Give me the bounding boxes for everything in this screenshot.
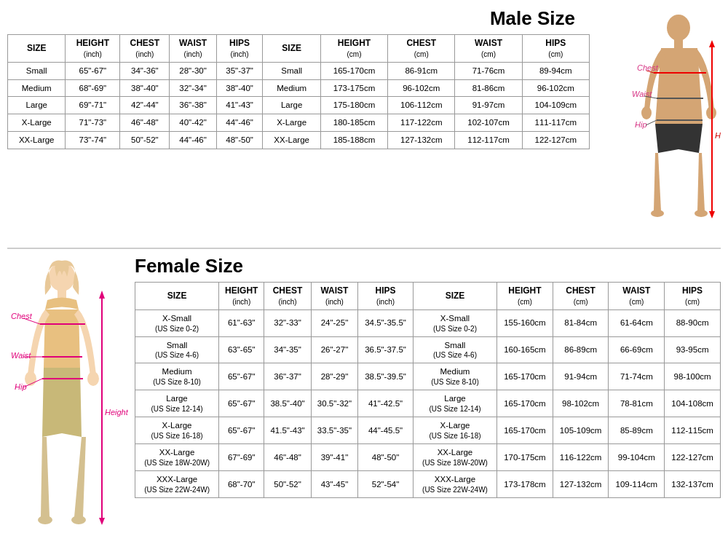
female-figure: Chest Waist Hip Height bbox=[7, 255, 135, 539]
female-chest-cm: 105-109cm bbox=[553, 417, 609, 444]
female-height-cm: 173-178cm bbox=[497, 471, 553, 498]
male-waist-cm: 91-97cm bbox=[455, 97, 522, 114]
table-row: X-Large(US Size 16-18) 65"-67" 41.5"-43"… bbox=[135, 417, 721, 444]
female-waist-cm: 85-89cm bbox=[609, 417, 665, 444]
male-col-waist-in: WAIST(inch) bbox=[170, 35, 216, 63]
table-row: X-Large 71"-73" 46"-48" 40"-42" 44"-46" … bbox=[8, 114, 590, 132]
female-size: Small(US Size 4-6) bbox=[135, 336, 219, 363]
male-waist-in: 40"-42" bbox=[170, 114, 216, 132]
male-hips-cm: 89-94cm bbox=[522, 62, 589, 79]
male-height-in: 68"-69" bbox=[66, 79, 120, 97]
female-chest-cm: 98-102cm bbox=[553, 390, 609, 417]
svg-text:Hip: Hip bbox=[635, 120, 647, 129]
male-hips-cm: 96-102cm bbox=[522, 79, 589, 97]
svg-line-14 bbox=[646, 120, 657, 125]
female-hips-cm: 132-137cm bbox=[665, 471, 721, 498]
female-col-waist-in: WAIST(inch) bbox=[311, 283, 357, 310]
female-section: Chest Waist Hip Height Female Size bbox=[7, 255, 721, 539]
female-chest-cm: 91-94cm bbox=[553, 363, 609, 390]
female-hips-in: 38.5"-39.5" bbox=[358, 363, 414, 390]
male-col-chest-cm: CHEST(cm) bbox=[388, 35, 455, 63]
female-size-cm: XXX-Large(US Size 22W-24W) bbox=[413, 471, 496, 498]
female-hips-cm: 104-108cm bbox=[665, 390, 721, 417]
male-chest-in: 46"-48" bbox=[120, 114, 170, 132]
female-waist-in: 28"-29" bbox=[311, 363, 357, 390]
male-title: Male Size bbox=[7, 7, 590, 30]
female-waist-cm: 71-74cm bbox=[609, 363, 665, 390]
male-height-cm: 175-180cm bbox=[320, 97, 387, 114]
female-waist-in: 43"-45" bbox=[311, 471, 357, 498]
female-waist-in: 33.5"-35" bbox=[311, 417, 357, 444]
table-row: Large 69"-71" 42"-44" 36"-38" 41"-43" La… bbox=[8, 97, 590, 114]
male-chest-cm: 117-122cm bbox=[388, 114, 455, 132]
female-size-cm: X-Large(US Size 16-18) bbox=[413, 417, 496, 444]
female-col-hips-in: HIPS(inch) bbox=[358, 283, 414, 310]
male-hips-in: 44"-46" bbox=[216, 114, 263, 132]
male-size: XX-Large bbox=[8, 132, 66, 149]
female-chest-cm: 127-132cm bbox=[553, 471, 609, 498]
svg-text:Waist: Waist bbox=[11, 351, 31, 360]
female-height-cm: 160-165cm bbox=[497, 336, 553, 363]
female-height-cm: 165-170cm bbox=[497, 363, 553, 390]
male-chest-in: 38"-40" bbox=[120, 79, 170, 97]
female-body-svg: Chest Waist Hip Height bbox=[7, 255, 135, 539]
male-chest-cm: 96-102cm bbox=[388, 79, 455, 97]
female-waist-in: 24"-25" bbox=[311, 309, 357, 336]
svg-point-2 bbox=[641, 106, 652, 119]
female-height-cm: 165-170cm bbox=[497, 390, 553, 417]
female-waist-in: 39"-41" bbox=[311, 444, 357, 471]
male-size-cm: XX-Large bbox=[263, 132, 320, 149]
male-figure: Chest Waist Hip Height bbox=[597, 7, 721, 240]
female-hips-in: 52"-54" bbox=[358, 471, 414, 498]
female-chest-in: 32"-33" bbox=[264, 309, 311, 336]
male-height-in: 73"-74" bbox=[66, 132, 120, 149]
female-chest-in: 50"-52" bbox=[264, 471, 311, 498]
female-waist-cm: 78-81cm bbox=[609, 390, 665, 417]
male-col-size-cm: SIZE bbox=[263, 35, 320, 63]
female-hips-cm: 93-95cm bbox=[665, 336, 721, 363]
male-col-hips-in: HIPS(inch) bbox=[216, 35, 263, 63]
female-chest-in: 41.5"-43" bbox=[264, 417, 311, 444]
male-col-height-in: HEIGHT(inch) bbox=[66, 35, 120, 63]
female-size: Medium(US Size 8-10) bbox=[135, 363, 219, 390]
male-size: Medium bbox=[8, 79, 66, 97]
female-col-chest-in: CHEST(inch) bbox=[264, 283, 311, 310]
female-size: XXX-Large(US Size 22W-24W) bbox=[135, 471, 219, 498]
female-col-height-in: HEIGHT(inch) bbox=[219, 283, 264, 310]
male-height-cm: 173-175cm bbox=[320, 79, 387, 97]
female-height-in: 65"-67" bbox=[219, 390, 264, 417]
female-size-cm: Large(US Size 12-14) bbox=[413, 390, 496, 417]
female-size: Large(US Size 12-14) bbox=[135, 390, 219, 417]
female-waist-cm: 99-104cm bbox=[609, 444, 665, 471]
male-col-waist-cm: WAIST(cm) bbox=[455, 35, 522, 63]
svg-marker-16 bbox=[709, 40, 715, 47]
male-size: X-Large bbox=[8, 114, 66, 132]
male-chest-cm: 106-112cm bbox=[388, 97, 455, 114]
female-size: X-Large(US Size 16-18) bbox=[135, 417, 219, 444]
table-row: XXX-Large(US Size 22W-24W) 68"-70" 50"-5… bbox=[135, 471, 721, 498]
male-size-cm: X-Large bbox=[263, 114, 320, 132]
male-height-cm: 165-170cm bbox=[320, 62, 387, 79]
female-height-in: 63"-65" bbox=[219, 336, 264, 363]
svg-rect-1 bbox=[674, 39, 683, 48]
table-row: Small 65"-67" 34"-36" 28"-30" 35"-37" Sm… bbox=[8, 62, 590, 79]
female-size: X-Small(US Size 0-2) bbox=[135, 309, 219, 336]
section-divider bbox=[7, 248, 721, 249]
female-chest-cm: 86-89cm bbox=[553, 336, 609, 363]
female-hips-cm: 98-100cm bbox=[665, 363, 721, 390]
male-waist-in: 28"-30" bbox=[170, 62, 216, 79]
table-row: XX-Large(US Size 18W-20W) 67"-69" 46"-48… bbox=[135, 444, 721, 471]
female-hips-in: 48"-50" bbox=[358, 444, 414, 471]
svg-text:Height: Height bbox=[715, 131, 721, 140]
svg-point-24 bbox=[71, 516, 86, 524]
male-col-size-in: SIZE bbox=[8, 35, 66, 63]
male-hips-in: 38"-40" bbox=[216, 79, 263, 97]
male-hips-cm: 122-127cm bbox=[522, 132, 589, 149]
page: { "male": { "title": "Male Size", "heade… bbox=[0, 0, 728, 560]
svg-marker-17 bbox=[709, 211, 715, 218]
female-size-cm: XX-Large(US Size 18W-20W) bbox=[413, 444, 496, 471]
female-chest-cm: 116-122cm bbox=[553, 444, 609, 471]
male-hips-in: 41"-43" bbox=[216, 97, 263, 114]
male-size-cm: Medium bbox=[263, 79, 320, 97]
male-waist-cm: 102-107cm bbox=[455, 114, 522, 132]
